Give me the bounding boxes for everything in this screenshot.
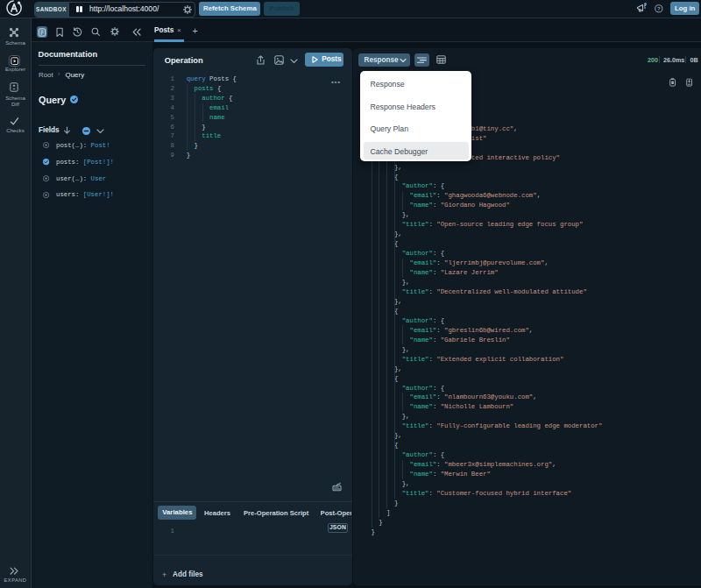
- svg-text:?: ?: [657, 6, 661, 11]
